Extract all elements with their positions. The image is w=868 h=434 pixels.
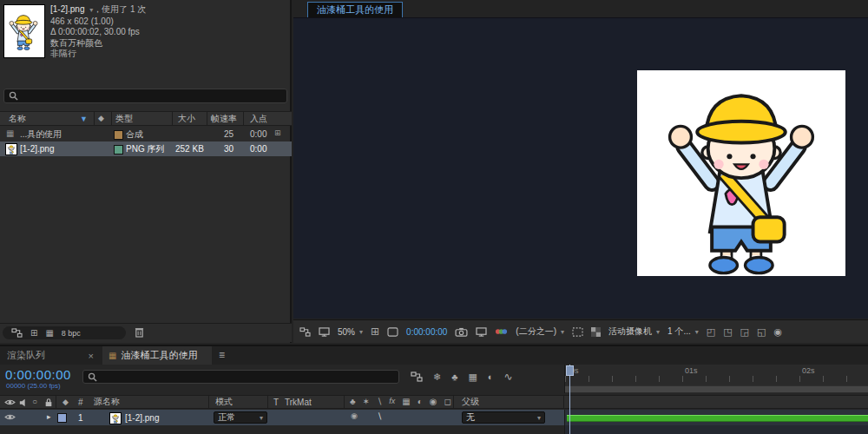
- motion-blur-icon[interactable]: ◐: [488, 372, 494, 382]
- active-camera-select[interactable]: 活动摄像机▾: [608, 326, 660, 338]
- quality-switch-icon[interactable]: ∖: [377, 398, 382, 406]
- item-interlace: 非隔行: [50, 49, 146, 60]
- current-timecode[interactable]: 0:00:00:00: [5, 367, 71, 382]
- composition-panel: 油漆桶工具的使用 50%▾ ⊞ 0:00:00:00 (二分之一)▾: [293, 0, 868, 343]
- project-search-input[interactable]: [22, 89, 282, 103]
- effects-switch-icon[interactable]: fx: [389, 398, 395, 406]
- channel-dots-icon[interactable]: [495, 327, 508, 336]
- project-flowchart-icon[interactable]: [11, 328, 23, 338]
- fast-preview-icon[interactable]: ◳: [723, 327, 732, 337]
- blend-mode-select[interactable]: 正常▾: [214, 411, 267, 424]
- draft-3d-icon[interactable]: ❄: [433, 372, 441, 382]
- new-folder-icon[interactable]: ▦: [45, 329, 53, 338]
- row-fps: 25: [224, 129, 233, 139]
- layer-quality-icon[interactable]: ∖: [377, 412, 382, 421]
- project-search[interactable]: [3, 89, 287, 103]
- adjustment-switch-icon[interactable]: ◉: [430, 398, 437, 406]
- hide-shy-layers-icon[interactable]: ♣: [451, 372, 457, 382]
- project-bottom-bar: ⊞ ▦ 8 bpc: [0, 323, 292, 342]
- frame-blending-icon[interactable]: ▦: [468, 372, 477, 382]
- transparency-grid-icon[interactable]: [591, 327, 601, 337]
- threed-switch-icon[interactable]: ◻: [444, 398, 451, 406]
- graph-editor-icon[interactable]: ∿: [504, 372, 513, 382]
- timeline-panel: 渲染队列 × ▦ 油漆桶工具的使用 ≡ 0:00:00:00 00000 (25…: [0, 345, 868, 434]
- label-color-chip[interactable]: [114, 130, 123, 140]
- audio-column-icon[interactable]: [19, 398, 28, 407]
- label-column-icon[interactable]: ◆: [62, 398, 69, 406]
- timeline-header-row: ○ ◆ # 源名称 模式 T TrkMat ♣ ✶ ∖ fx ▦ ◐ ◉ ◻: [0, 395, 868, 409]
- chevron-down-icon: ▾: [537, 414, 541, 422]
- column-source-name[interactable]: 源名称: [94, 396, 120, 408]
- column-size[interactable]: 大小: [178, 112, 195, 125]
- show-snapshot-icon[interactable]: [476, 327, 487, 337]
- interpret-footage-icon[interactable]: ⊞: [30, 329, 37, 338]
- bit-depth-label[interactable]: 8 bpc: [62, 329, 81, 338]
- lock-column-icon[interactable]: [44, 398, 53, 407]
- shy-switch-icon[interactable]: ♣: [350, 398, 356, 406]
- timeline-search[interactable]: [82, 370, 399, 384]
- label-color-chip[interactable]: [114, 145, 123, 155]
- close-icon[interactable]: ×: [89, 351, 94, 361]
- pixel-aspect-icon[interactable]: ◰: [707, 327, 715, 337]
- item-title: [1-2].png: [50, 4, 84, 14]
- column-t[interactable]: T: [273, 396, 279, 408]
- column-trkmat[interactable]: TrkMat: [285, 396, 312, 408]
- row-name: [1-2].png: [20, 144, 54, 154]
- timeline-search-input[interactable]: [101, 370, 394, 384]
- solo-column-icon[interactable]: ○: [32, 398, 37, 406]
- table-row-composition[interactable]: ▦ ...具的使用 合成 25 0:00 ⊞: [0, 127, 292, 141]
- parent-select[interactable]: 无▾: [462, 411, 545, 424]
- composition-tab[interactable]: 油漆桶工具的使用: [307, 2, 403, 18]
- column-name[interactable]: 名称: [9, 112, 26, 125]
- ruler-ticks: [565, 376, 868, 382]
- layer-label-chip[interactable]: [57, 413, 67, 423]
- column-inpoint[interactable]: 入点: [250, 112, 267, 125]
- magnification-select[interactable]: 50%▾: [338, 327, 363, 337]
- layer-expand-icon[interactable]: ▸: [47, 413, 51, 421]
- search-icon: [88, 372, 97, 382]
- sort-down-icon[interactable]: ▼: [80, 115, 88, 123]
- panel-menu-icon[interactable]: ≡: [219, 350, 225, 360]
- label-column-icon[interactable]: ◆: [98, 115, 104, 122]
- region-of-interest-icon[interactable]: [572, 327, 583, 337]
- always-preview-icon[interactable]: [319, 327, 330, 337]
- tab-render-queue[interactable]: 渲染队列 ×: [0, 346, 101, 365]
- table-row-png-selected[interactable]: [1-2].png PNG 序列 252 KB 30 0:00: [0, 141, 292, 156]
- timeline-button-icon[interactable]: ◲: [740, 327, 749, 337]
- view-layout-select[interactable]: 1 个...▾: [667, 326, 699, 338]
- collapse-switch-icon[interactable]: ✶: [363, 398, 370, 406]
- motion-blur-switch-icon[interactable]: ◐: [418, 398, 423, 406]
- row-size: 252 KB: [175, 144, 204, 154]
- composition-mini-flow-icon[interactable]: [411, 372, 423, 382]
- viewer-timecode[interactable]: 0:00:00:00: [406, 327, 447, 337]
- row-inpoint: 0:00: [250, 129, 266, 139]
- column-index[interactable]: #: [78, 396, 83, 408]
- column-parent[interactable]: 父级: [462, 396, 479, 408]
- column-type[interactable]: 类型: [115, 112, 133, 125]
- composition-viewer[interactable]: [293, 17, 868, 319]
- layer-source-name[interactable]: [1-2].png: [125, 410, 159, 425]
- layer-collapse-icon[interactable]: ◉: [351, 412, 358, 420]
- layer-eye-icon[interactable]: [4, 413, 16, 421]
- grid-guides-icon[interactable]: ⊞: [371, 326, 379, 337]
- track-empty-area[interactable]: [564, 425, 868, 434]
- mask-visibility-icon[interactable]: [387, 327, 398, 337]
- snapshot-camera-icon[interactable]: [455, 327, 468, 337]
- playhead-handle[interactable]: [566, 365, 574, 376]
- frame-blend-switch-icon[interactable]: ▦: [402, 398, 410, 406]
- column-fps[interactable]: 帧速率: [211, 112, 237, 125]
- item-usage[interactable]: ，使用了 1 次: [93, 4, 146, 14]
- flowchart-button-icon[interactable]: ◱: [757, 327, 766, 337]
- resolution-select[interactable]: (二分之一)▾: [516, 326, 564, 338]
- work-area-bar[interactable]: [565, 385, 868, 392]
- trash-icon[interactable]: [135, 326, 144, 338]
- time-ruler[interactable]: 0s 01s 02s: [564, 365, 868, 393]
- exposure-icon[interactable]: ◉: [773, 327, 782, 337]
- tab-composition[interactable]: ▦ 油漆桶工具的使用: [102, 346, 212, 365]
- eye-column-icon[interactable]: [4, 398, 16, 406]
- layer-duration-bar[interactable]: [567, 415, 868, 422]
- column-mode[interactable]: 模式: [215, 396, 233, 408]
- layer-row[interactable]: ▸ 1 [1-2].png 正常▾ ◉ ∖ 无▾: [0, 410, 868, 425]
- mini-flowchart-icon[interactable]: [299, 327, 311, 337]
- project-item-thumbnail[interactable]: [3, 4, 45, 58]
